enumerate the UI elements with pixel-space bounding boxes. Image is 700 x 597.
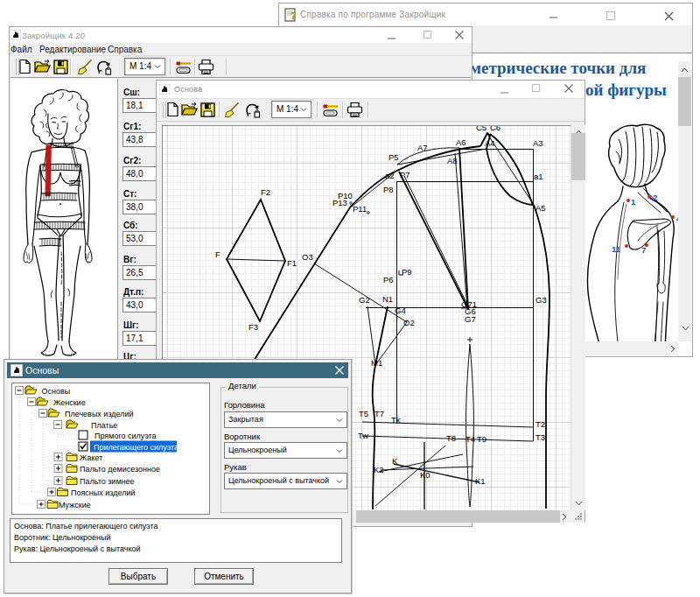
svg-text:Поясных изделий: Поясных изделий — [71, 488, 136, 497]
svg-text:Прилегающего силуэта: Прилегающего силуэта — [94, 443, 178, 452]
svg-text:G4: G4 — [395, 306, 406, 315]
svg-text:2: 2 — [653, 193, 657, 202]
svg-text:K0: K0 — [420, 470, 430, 480]
svg-text:Женские: Женские — [53, 398, 86, 407]
svg-text:T7: T7 — [374, 409, 384, 418]
svg-text:F2: F2 — [261, 187, 270, 197]
svg-text:G3: G3 — [536, 295, 547, 305]
svg-text:O3: O3 — [302, 252, 313, 262]
svg-text:a2: a2 — [385, 171, 395, 180]
svg-text:a1: a1 — [534, 172, 543, 181]
svg-text:1: 1 — [631, 197, 636, 207]
svg-text:F3: F3 — [248, 322, 258, 332]
svg-text:T4: T4 — [466, 434, 475, 444]
svg-text:A5: A5 — [536, 203, 546, 213]
svg-text:A6: A6 — [456, 137, 466, 147]
svg-text:P8: P8 — [383, 185, 394, 194]
svg-text:Tw: Tw — [358, 431, 368, 440]
svg-text:P11: P11 — [353, 204, 367, 214]
svg-text:K: K — [392, 456, 398, 466]
svg-text:Жакет: Жакет — [80, 453, 102, 462]
svg-text:11: 11 — [612, 244, 621, 254]
svg-text:P5: P5 — [388, 152, 399, 162]
svg-text:T2: T2 — [536, 419, 545, 429]
svg-text:A8: A8 — [447, 156, 458, 165]
svg-text:A7: A7 — [417, 143, 428, 152]
svg-text:Пальто демисезонное: Пальто демисезонное — [80, 465, 160, 474]
svg-text:Основы: Основы — [42, 387, 71, 396]
svg-text:A4: A4 — [485, 138, 495, 148]
svg-text:P6: P6 — [383, 275, 394, 284]
svg-text:Плечевых изделий: Плечевых изделий — [65, 410, 134, 418]
svg-text:?: ? — [290, 11, 297, 21]
svg-text:T3: T3 — [536, 432, 545, 442]
svg-text:Tk: Tk — [391, 415, 401, 425]
svg-text:7: 7 — [641, 245, 646, 255]
svg-text:F: F — [215, 249, 220, 259]
svg-text:T5: T5 — [359, 409, 368, 418]
svg-text:O2: O2 — [403, 318, 415, 327]
svg-text:T9: T9 — [477, 434, 486, 444]
svg-text:C6: C6 — [490, 126, 500, 132]
svg-text:P7: P7 — [400, 170, 410, 179]
svg-text:Прямого силуэта: Прямого силуэта — [94, 432, 157, 440]
svg-text:A3: A3 — [533, 138, 543, 148]
svg-text:G7: G7 — [465, 314, 476, 324]
svg-text:M1: M1 — [371, 358, 382, 368]
svg-text:K1: K1 — [475, 476, 486, 486]
svg-text:P13: P13 — [332, 198, 347, 207]
svg-text:G2: G2 — [359, 295, 370, 305]
svg-text:C5: C5 — [476, 126, 486, 132]
svg-text:T8: T8 — [446, 433, 456, 443]
svg-text:Мужские: Мужские — [59, 501, 91, 509]
svg-text:F1: F1 — [287, 258, 297, 268]
svg-text:K2: K2 — [374, 465, 384, 474]
svg-text:N1: N1 — [382, 294, 393, 304]
svg-text:Платье: Платье — [91, 421, 117, 430]
svg-text:Пальто зимнее: Пальто зимнее — [80, 477, 135, 486]
svg-text:P9: P9 — [402, 267, 412, 277]
